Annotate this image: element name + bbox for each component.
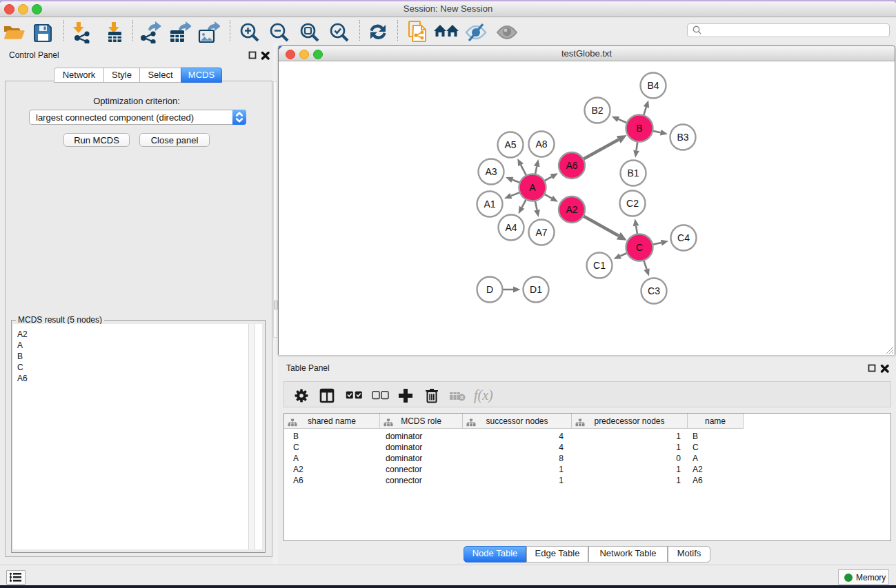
svg-text:C: C — [636, 242, 643, 253]
svg-text:B: B — [636, 123, 642, 134]
svg-text:D1: D1 — [530, 284, 542, 295]
svg-text:A7: A7 — [535, 227, 547, 238]
svg-text:A6: A6 — [566, 160, 577, 171]
svg-text:A2: A2 — [566, 204, 577, 215]
svg-text:B1: B1 — [627, 168, 639, 179]
svg-text:A3: A3 — [485, 166, 497, 177]
svg-text:C2: C2 — [626, 198, 639, 209]
svg-text:B4: B4 — [647, 80, 659, 91]
svg-text:A1: A1 — [484, 199, 495, 210]
svg-text:A4: A4 — [505, 222, 517, 233]
svg-text:D: D — [486, 284, 493, 295]
svg-text:A8: A8 — [535, 139, 547, 150]
svg-text:B2: B2 — [591, 105, 603, 116]
svg-text:A5: A5 — [504, 139, 516, 150]
svg-text:B3: B3 — [677, 132, 688, 143]
svg-text:C3: C3 — [648, 285, 660, 296]
svg-text:C1: C1 — [593, 260, 606, 271]
svg-text:A: A — [529, 182, 536, 193]
svg-text:C4: C4 — [677, 232, 690, 243]
